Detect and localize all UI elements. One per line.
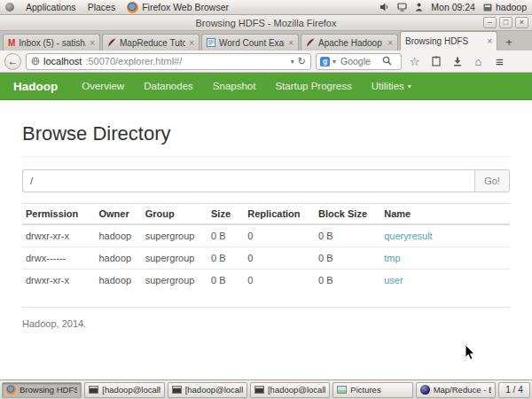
back-button[interactable]: ← — [4, 53, 21, 70]
menu-hamburger-icon[interactable]: ≡ — [491, 54, 508, 69]
user-menu[interactable]: hadoop — [483, 2, 527, 12]
user-status-icon[interactable] — [415, 3, 423, 12]
cell-block-size: 0 B — [315, 247, 380, 270]
tab-mapreduce-tutorial[interactable]: MapReduce Tutorial × — [102, 34, 200, 51]
hadoop-brand[interactable]: Hadoop — [13, 80, 58, 93]
taskbar-item-pictures[interactable]: Pictures — [332, 382, 412, 398]
url-bar[interactable]: localhost:50070/explorer.html#/ ▾ ↻ — [26, 53, 311, 70]
volume-icon[interactable] — [379, 3, 389, 12]
distro-icon — [5, 3, 14, 12]
close-tab-icon[interactable]: × — [487, 36, 492, 46]
nav-item-utilities-label: Utilities — [372, 81, 404, 91]
close-tab-icon[interactable]: × — [288, 38, 293, 48]
cell-block-size: 0 B — [315, 270, 380, 292]
new-tab-button[interactable]: + — [499, 35, 519, 51]
nav-item-utilities[interactable]: Utilities ▾ — [362, 81, 421, 91]
go-button[interactable]: Go! — [474, 169, 510, 192]
places-menu[interactable]: Places — [88, 2, 116, 12]
tab-label: Inbox (5) - satish.... — [19, 38, 86, 48]
search-engine-dropdown-icon[interactable]: ▾ — [332, 58, 336, 66]
cell-permission: drwxr-xr-x — [22, 270, 96, 292]
tab-browsing-hdfs[interactable]: Browsing HDFS × — [400, 31, 497, 51]
column-block-size: Block Size — [315, 204, 380, 225]
nav-item-startup-progress[interactable]: Startup Progress — [265, 81, 361, 91]
column-group: Group — [142, 204, 207, 225]
taskbar-item-terminal-3[interactable]: [hadoop@localh... — [250, 382, 330, 398]
tab-bar: M Inbox (5) - satish.... × MapReduce Tut… — [0, 31, 532, 51]
nav-item-datanodes[interactable]: Datanodes — [134, 81, 203, 91]
title-divider — [22, 156, 510, 157]
directory-link-queryresult[interactable]: queryresult — [384, 231, 432, 241]
maximize-button[interactable]: □ — [499, 17, 512, 28]
hadoop-navbar: Hadoop Overview Datanodes Snapshot Start… — [0, 73, 532, 100]
app-menu-firefox[interactable]: Firefox Web Browser — [127, 2, 229, 13]
display-icon[interactable] — [397, 3, 407, 12]
workspace-switcher[interactable]: 1 / 4 — [498, 382, 530, 398]
cell-permission: drwx------ — [22, 247, 96, 270]
document-icon — [207, 38, 215, 47]
cell-owner: hadoop — [96, 247, 142, 270]
nav-item-overview[interactable]: Overview — [72, 81, 134, 91]
cell-size: 0 B — [207, 247, 244, 270]
eclipse-icon — [420, 385, 430, 395]
taskbar-item-terminal-1[interactable]: [hadoop@localh... — [84, 382, 164, 398]
search-bar[interactable]: g ▾ — [316, 53, 402, 70]
terminal-icon — [172, 386, 182, 394]
window-titlebar[interactable]: Browsing HDFS - Mozilla Firefox – □ × — [0, 15, 532, 31]
downloads-icon[interactable] — [449, 57, 466, 66]
applications-menu[interactable]: Applications — [26, 2, 76, 12]
panel-clock[interactable]: Mon 09:24 — [431, 2, 475, 12]
reload-icon[interactable]: ↻ — [298, 56, 306, 67]
directory-link-user[interactable]: user — [384, 275, 403, 286]
window-controls: – □ × — [483, 17, 528, 28]
firefox-window: Browsing HDFS - Mozilla Firefox – □ × M … — [0, 15, 532, 379]
gmail-icon: M — [8, 38, 15, 48]
url-host: localhost — [43, 56, 82, 66]
cell-group: supergroup — [142, 270, 207, 292]
taskbar-item-terminal-2[interactable]: [hadoop@localh... — [168, 382, 247, 398]
tab-word-count[interactable]: Word Count Exam... × — [201, 34, 299, 51]
applications-menu-label: Applications — [26, 2, 76, 12]
desktop-top-panel: Applications Places Firefox Web Browser … — [0, 0, 532, 15]
bookmark-star-icon[interactable]: ☆ — [406, 55, 423, 68]
close-tab-icon[interactable]: × — [189, 38, 194, 48]
navigation-toolbar: ← localhost:50070/explorer.html#/ ▾ ↻ g … — [0, 51, 532, 73]
taskbar-item-label: [hadoop@localh... — [268, 385, 325, 395]
page-content: Hadoop Overview Datanodes Snapshot Start… — [0, 73, 532, 379]
apache-feather-icon — [107, 38, 116, 47]
table-row: drwx------ hadoop supergroup 0 B 0 0 B t… — [22, 247, 510, 270]
terminal-icon — [254, 386, 264, 394]
close-button[interactable]: × — [515, 17, 528, 28]
tab-label: MapReduce Tutorial — [120, 38, 185, 48]
minimize-button[interactable]: – — [483, 17, 497, 28]
url-dropdown-icon[interactable]: ▾ — [291, 58, 294, 66]
taskbar-item-eclipse[interactable]: Map/Reduce - E... — [416, 382, 496, 398]
nav-item-snapshot[interactable]: Snapshot — [203, 81, 266, 91]
panel-status-area: Mon 09:24 hadoop — [379, 2, 527, 12]
places-menu-label: Places — [88, 2, 116, 12]
tab-apache-hadoop[interactable]: Apache Hadoop 2.... × — [301, 34, 398, 51]
window-title: Browsing HDFS - Mozilla Firefox — [196, 18, 337, 28]
taskbar-item-label: Pictures — [350, 385, 380, 395]
terminal-icon — [89, 386, 98, 394]
cell-owner: hadoop — [96, 224, 142, 247]
bookmarks-clipboard-icon[interactable] — [427, 56, 444, 66]
cell-block-size: 0 B — [315, 224, 380, 247]
cell-size: 0 B — [207, 270, 244, 292]
close-tab-icon[interactable]: × — [387, 38, 393, 48]
directory-path-input[interactable] — [22, 169, 474, 192]
search-input[interactable] — [339, 55, 379, 67]
taskbar-item-browsing-hdfs[interactable]: Browsing HDFS ... — [2, 382, 82, 398]
app-menu-label: Firefox Web Browser — [142, 2, 229, 12]
taskbar-item-label: Map/Reduce - E... — [434, 385, 491, 395]
taskbar: Browsing HDFS ... [hadoop@localh... [had… — [0, 379, 532, 399]
close-tab-icon[interactable]: × — [90, 38, 95, 48]
user-badge-icon — [483, 4, 492, 12]
directory-link-tmp[interactable]: tmp — [384, 253, 400, 263]
tab-inbox[interactable]: M Inbox (5) - satish.... × — [3, 34, 100, 51]
column-owner: Owner — [96, 204, 142, 225]
home-icon[interactable]: ⌂ — [470, 55, 487, 68]
search-icon[interactable] — [382, 53, 392, 69]
cell-name: tmp — [380, 247, 510, 270]
url-path: :50070/explorer.html#/ — [85, 56, 182, 66]
